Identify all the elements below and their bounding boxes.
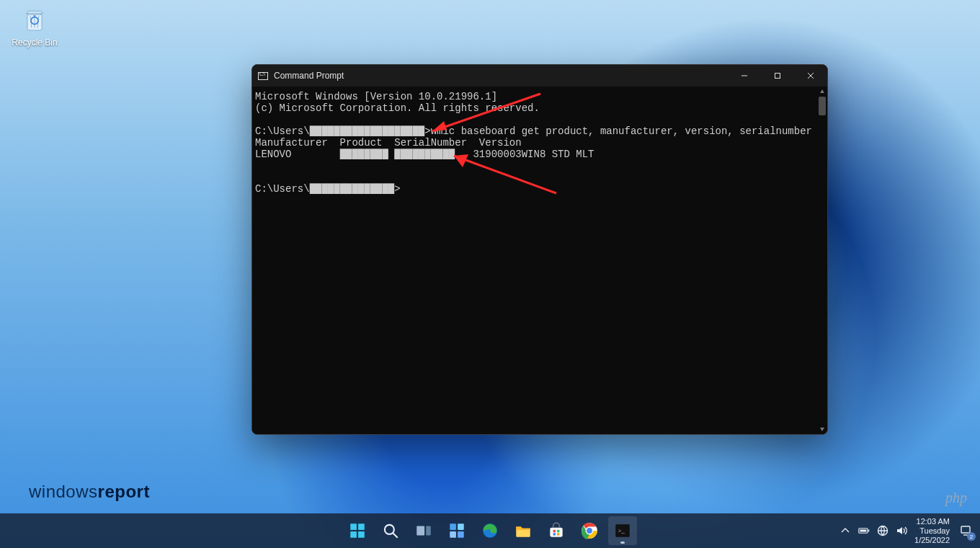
svg-rect-13 [358, 523, 365, 530]
scroll-thumb[interactable] [819, 97, 826, 115]
taskbar-start[interactable] [343, 516, 372, 545]
volume-icon[interactable] [896, 525, 907, 536]
start-icon [348, 521, 367, 540]
svg-rect-26 [550, 528, 562, 537]
taskbar-search[interactable] [376, 516, 405, 545]
widgets-icon [447, 521, 466, 540]
term-line: LENOVO ████████ ██████████ 31900003WIN8 … [255, 149, 594, 160]
term-line: Manufacturer Product SerialNumber Versio… [255, 137, 522, 149]
recycle-bin[interactable]: Recycle Bin [9, 4, 61, 48]
term-line: C:\Users\███████████████████>wmic basebo… [255, 125, 812, 137]
minimize-button[interactable] [728, 65, 761, 87]
clock-day: Tuesday [914, 526, 950, 536]
cmd-icon: >_ [613, 521, 632, 540]
term-line: C:\Users\██████████████> [255, 183, 401, 195]
taskbar-center: >_ [343, 516, 637, 545]
term-line: (c) Microsoft Corporation. All rights re… [255, 102, 540, 114]
svg-rect-18 [416, 526, 424, 536]
redacted-user: ███████████████████ [310, 125, 425, 137]
system-tray[interactable] [839, 525, 907, 536]
svg-rect-20 [450, 523, 456, 530]
edge-icon [481, 521, 499, 540]
chrome-icon [580, 521, 599, 540]
window-title: Command Prompt [274, 71, 344, 81]
taskbar-explorer[interactable] [509, 516, 538, 545]
svg-rect-30 [557, 533, 559, 535]
battery-icon[interactable] [858, 525, 870, 536]
taskview-icon [414, 521, 433, 540]
svg-line-17 [393, 533, 398, 538]
taskbar-right: 12:03 AM Tuesday 1/25/2022 2 [839, 517, 974, 545]
taskbar-taskview[interactable] [409, 516, 438, 545]
svg-text:>_: >_ [618, 527, 625, 534]
taskbar: >_ 12:03 AM Tuesday 1/25/2022 2 [0, 513, 980, 548]
terminal-area[interactable]: Microsoft Windows [Version 10.0.21996.1]… [252, 87, 827, 434]
maximize-button[interactable] [761, 65, 794, 87]
svg-rect-40 [961, 526, 970, 533]
svg-rect-21 [458, 523, 464, 530]
svg-rect-19 [426, 526, 431, 536]
recycle-bin-icon [19, 4, 50, 35]
titlebar[interactable]: Command Prompt [252, 65, 827, 87]
scroll-down-icon[interactable] [817, 424, 827, 434]
svg-rect-27 [553, 530, 556, 532]
redacted-product-serial: ████████ ██████████ [340, 149, 455, 160]
clock-time: 12:03 AM [914, 517, 950, 526]
search-icon [381, 521, 400, 540]
svg-rect-38 [860, 529, 866, 531]
svg-rect-28 [557, 530, 559, 532]
svg-rect-12 [350, 523, 357, 530]
store-icon [547, 521, 566, 540]
svg-point-16 [385, 525, 394, 534]
network-icon[interactable] [877, 525, 888, 536]
svg-rect-29 [553, 533, 556, 535]
cmd-icon [258, 72, 268, 80]
taskbar-widgets[interactable] [442, 516, 471, 545]
redacted-user: ██████████████ [310, 183, 395, 195]
svg-rect-14 [350, 531, 357, 538]
taskbar-store[interactable] [542, 516, 571, 545]
taskbar-clock[interactable]: 12:03 AM Tuesday 1/25/2022 [914, 517, 950, 545]
scrollbar[interactable] [817, 87, 827, 434]
taskbar-edge[interactable] [476, 516, 504, 545]
svg-rect-3 [775, 74, 780, 79]
folder-icon [514, 521, 533, 540]
svg-marker-6 [820, 89, 824, 93]
windowsreport-watermark: windowsreport [29, 482, 150, 502]
svg-rect-15 [358, 531, 365, 538]
svg-marker-7 [820, 428, 824, 431]
svg-rect-22 [450, 531, 456, 538]
command-prompt-window[interactable]: Command Prompt Microsoft Windows [Versio… [251, 64, 828, 435]
term-line: Microsoft Windows [Version 10.0.21996.1] [255, 91, 497, 102]
svg-rect-23 [458, 531, 464, 538]
recycle-bin-label: Recycle Bin [9, 37, 61, 48]
close-button[interactable] [794, 65, 827, 87]
scroll-up-icon[interactable] [817, 87, 827, 97]
taskbar-chrome[interactable] [575, 516, 604, 545]
clock-date: 1/25/2022 [914, 536, 950, 545]
notification-badge: 2 [967, 532, 976, 541]
notifications-button[interactable]: 2 [957, 522, 974, 539]
taskbar-cmd[interactable]: >_ [608, 516, 637, 545]
chevron-up-icon[interactable] [839, 525, 851, 536]
php-watermark: php [945, 490, 967, 506]
svg-rect-37 [868, 529, 870, 531]
